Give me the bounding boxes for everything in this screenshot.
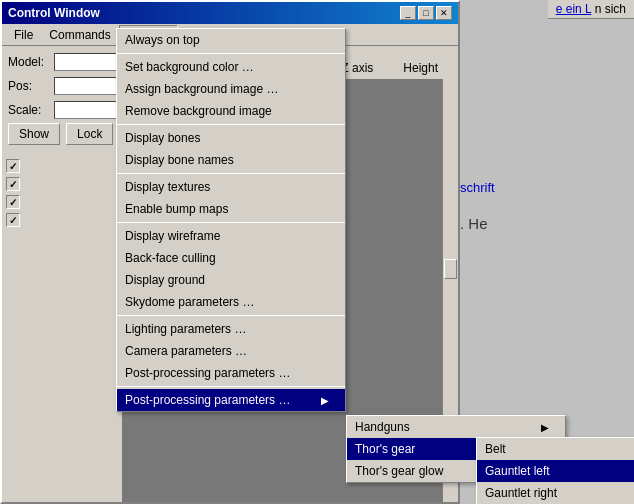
- checkbox-bump-maps: ✓: [2, 211, 122, 229]
- thors-gear-gauntlet-right-label: Gauntlet right: [485, 486, 557, 500]
- option-back-face-culling[interactable]: Back-face culling: [117, 247, 345, 269]
- accessory-handguns-label: Handguns: [355, 420, 410, 434]
- option-always-on-top[interactable]: Always on top: [117, 29, 345, 51]
- option-skydome-params[interactable]: Skydome parameters …: [117, 291, 345, 313]
- option-display-ground[interactable]: Display ground: [117, 269, 345, 291]
- height-label: Height: [403, 61, 438, 75]
- checkbox-bones-box[interactable]: ✓: [6, 159, 20, 173]
- separator-6: [117, 386, 345, 387]
- show-button[interactable]: Show: [8, 123, 60, 145]
- separator-5: [117, 315, 345, 316]
- model-label: Model:: [8, 55, 48, 69]
- bg-top-text: e ein L n sich: [548, 0, 634, 19]
- option-remove-bg-image[interactable]: Remove background image: [117, 100, 345, 122]
- option-display-textures[interactable]: Display textures: [117, 176, 345, 198]
- maximize-button[interactable]: □: [418, 6, 434, 20]
- thors-gear-belt[interactable]: Belt: [477, 438, 634, 460]
- thors-gear-gauntlet-right[interactable]: Gauntlet right: [477, 482, 634, 504]
- bg-text-n-sich: n sich: [595, 2, 626, 16]
- option-lighting-params-label: Lighting parameters …: [125, 322, 246, 336]
- pos-label: Pos:: [8, 79, 48, 93]
- option-skydome-params-label: Skydome parameters …: [125, 295, 254, 309]
- checkbox-textures-box[interactable]: ✓: [6, 195, 20, 209]
- display-accessories-arrow: ▶: [321, 395, 329, 406]
- bg-link[interactable]: e ein L: [556, 2, 592, 16]
- option-always-on-top-label: Always on top: [125, 33, 200, 47]
- z-axis-label: Z axis: [341, 61, 373, 75]
- option-enable-bump-maps[interactable]: Enable bump maps: [117, 198, 345, 220]
- handguns-arrow: ▶: [541, 422, 549, 433]
- option-display-bones[interactable]: Display bones: [117, 127, 345, 149]
- menu-file[interactable]: File: [6, 26, 41, 44]
- window-title: Control Window: [8, 6, 100, 20]
- checkboxes-area: ✓ ✓ ✓ ✓: [2, 157, 122, 229]
- option-display-bone-names[interactable]: Display bone names: [117, 149, 345, 171]
- bg-text-he: . He: [460, 215, 488, 232]
- scale-label: Scale:: [8, 103, 48, 117]
- title-bar-buttons: _ □ ✕: [400, 6, 452, 20]
- bg-text-schrift: schrift: [460, 180, 495, 195]
- option-assign-bg-image[interactable]: Assign background image …: [117, 78, 345, 100]
- checkbox-bone-names: ✓: [2, 175, 122, 193]
- option-back-face-culling-label: Back-face culling: [125, 251, 216, 265]
- separator-3: [117, 173, 345, 174]
- option-lighting-params[interactable]: Lighting parameters …: [117, 318, 345, 340]
- option-display-accessories[interactable]: Post-processing parameters … ▶: [117, 389, 345, 411]
- option-enable-bump-maps-label: Enable bump maps: [125, 202, 228, 216]
- option-set-bg-color-label: Set background color …: [125, 60, 254, 74]
- option-display-wireframe-label: Display wireframe: [125, 229, 220, 243]
- checkbox-bump-maps-box[interactable]: ✓: [6, 213, 20, 227]
- option-display-textures-label: Display textures: [125, 180, 210, 194]
- option-display-wireframe[interactable]: Display wireframe: [117, 225, 345, 247]
- thors-gear-gauntlet-left[interactable]: Gauntlet left: [477, 460, 634, 482]
- option-assign-bg-image-label: Assign background image …: [125, 82, 278, 96]
- checkbox-bones: ✓: [2, 157, 122, 175]
- accessory-handguns[interactable]: Handguns ▶: [347, 416, 565, 438]
- option-camera-params[interactable]: Camera parameters …: [117, 340, 345, 362]
- option-post-processing-label: Post-processing parameters …: [125, 366, 290, 380]
- thors-gear-gauntlet-left-label: Gauntlet left: [485, 464, 550, 478]
- separator-2: [117, 124, 345, 125]
- menu-commands[interactable]: Commands: [41, 26, 118, 44]
- checkbox-textures: ✓: [2, 193, 122, 211]
- title-bar: Control Window _ □ ✕: [2, 2, 458, 24]
- thors-gear-submenu: Belt Gauntlet left Gauntlet right: [476, 437, 634, 504]
- option-display-accessories-label: Post-processing parameters …: [125, 393, 290, 407]
- option-display-bone-names-label: Display bone names: [125, 153, 234, 167]
- scrollbar-thumb[interactable]: [444, 259, 457, 279]
- separator-4: [117, 222, 345, 223]
- checkbox-bone-names-box[interactable]: ✓: [6, 177, 20, 191]
- option-display-ground-label: Display ground: [125, 273, 205, 287]
- options-dropdown: Always on top Set background color … Ass…: [116, 28, 346, 412]
- close-button[interactable]: ✕: [436, 6, 452, 20]
- option-remove-bg-image-label: Remove background image: [125, 104, 272, 118]
- option-camera-params-label: Camera parameters …: [125, 344, 247, 358]
- accessory-thors-gear-glow-label: Thor's gear glow: [355, 464, 443, 478]
- option-set-bg-color[interactable]: Set background color …: [117, 56, 345, 78]
- minimize-button[interactable]: _: [400, 6, 416, 20]
- option-display-bones-label: Display bones: [125, 131, 200, 145]
- thors-gear-belt-label: Belt: [485, 442, 506, 456]
- separator-1: [117, 53, 345, 54]
- lock-button[interactable]: Lock: [66, 123, 113, 145]
- option-post-processing[interactable]: Post-processing parameters …: [117, 362, 345, 384]
- accessory-thors-gear-label: Thor's gear: [355, 442, 415, 456]
